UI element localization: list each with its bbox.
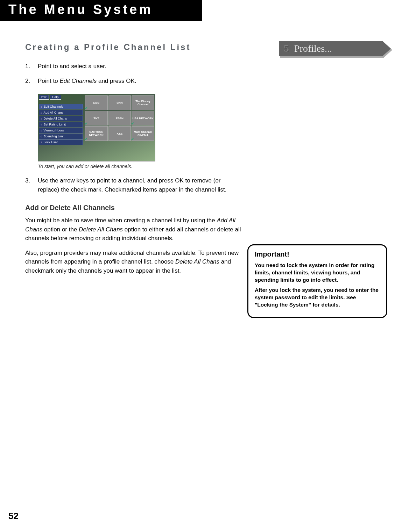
tv-channel-cell: A&E [108, 126, 131, 141]
tv-channel-cell: The Disney Channel [132, 95, 154, 110]
tv-screenshot: Exit Help 1Edit Channels 2Add All Chans … [38, 94, 155, 161]
main-column: Creating a Profile Channel List Point to… [25, 42, 242, 275]
step-2-em: Edit Channels [59, 78, 97, 84]
subsection-title: Add or Delete All Channels [25, 204, 242, 212]
tv-channel-cell: CARTOON NETWORK✔ [85, 126, 108, 141]
tv-channel-cell: CNN [108, 95, 131, 110]
chapter-title: The Menu System [8, 2, 194, 17]
tv-topbar: Exit Help [39, 95, 61, 100]
profiles-body: 5 Profiles... [279, 41, 382, 56]
tv-menu-item: 4Set Rating Limit [39, 122, 83, 127]
section-title: Creating a Profile Channel List [25, 42, 242, 52]
step-2: Point to Edit Channels and press OK. [25, 77, 242, 86]
tv-menu-item: 2Add All Chans [39, 110, 83, 115]
step-1: Point to and select a user. [25, 62, 242, 71]
step-3: Use the arrow keys to point to a channel… [25, 176, 242, 194]
tv-channel-cell: ESPN [108, 111, 131, 125]
page-content: 5 Profiles... Creating a Profile Channel… [0, 21, 395, 275]
tv-side-menu: 1Edit Channels 2Add All Chans 3Delete Al… [39, 104, 83, 145]
tv-channel-cell: TNT✔ [85, 111, 108, 125]
profiles-number: 5 [279, 43, 294, 54]
tv-channel-grid: NBC✔ CNN The Disney Channel TNT✔ ESPN US… [85, 95, 154, 141]
profiles-button-graphic: 5 Profiles... [279, 41, 391, 59]
steps-list-cont: Use the arrow keys to point to a channel… [25, 176, 242, 194]
important-callout: Important! You need to lock the system i… [247, 244, 387, 318]
steps-list: Point to and select a user. Point to Edi… [25, 62, 242, 85]
profiles-label: Profiles... [294, 43, 332, 54]
step-3-text: Use the arrow keys to point to a channel… [38, 177, 227, 193]
tv-menu-item: 5Viewing Hours [39, 128, 83, 133]
step-1-text: Point to and select a user. [38, 63, 106, 70]
tv-menu-item: 3Delete All Chans [39, 116, 83, 121]
tv-menu-item: 6Spending Limit [39, 134, 83, 139]
tv-channel-cell: USA NETWORK✔ [132, 111, 154, 125]
tv-screenshot-figure: Exit Help 1Edit Channels 2Add All Chans … [38, 94, 242, 169]
step-2-pre: Point to [38, 78, 59, 84]
important-title: Important! [255, 250, 380, 258]
chapter-header: The Menu System [0, 0, 202, 21]
important-text: You need to lock the system in order for… [255, 262, 380, 284]
body-paragraph: Also, program providers may make additio… [25, 249, 242, 275]
tv-channel-cell: NBC✔ [85, 95, 108, 110]
body-paragraph: You might be able to save time when crea… [25, 216, 242, 243]
tv-exit-button: Exit [39, 95, 49, 100]
figure-caption: To start, you can add or delete all chan… [38, 164, 242, 169]
tv-help-button: Help [50, 95, 61, 100]
important-text: After you lock the system, you need to e… [255, 287, 380, 309]
chevron-right-icon [382, 41, 391, 56]
tv-channel-cell: Multi Channel CINEMA✔ [132, 126, 154, 141]
page-number: 52 [8, 511, 19, 522]
step-2-post: and press OK. [97, 78, 136, 84]
tv-menu-item: 1Edit Channels [39, 104, 83, 109]
tv-menu-item: 7Lock User [39, 139, 83, 145]
